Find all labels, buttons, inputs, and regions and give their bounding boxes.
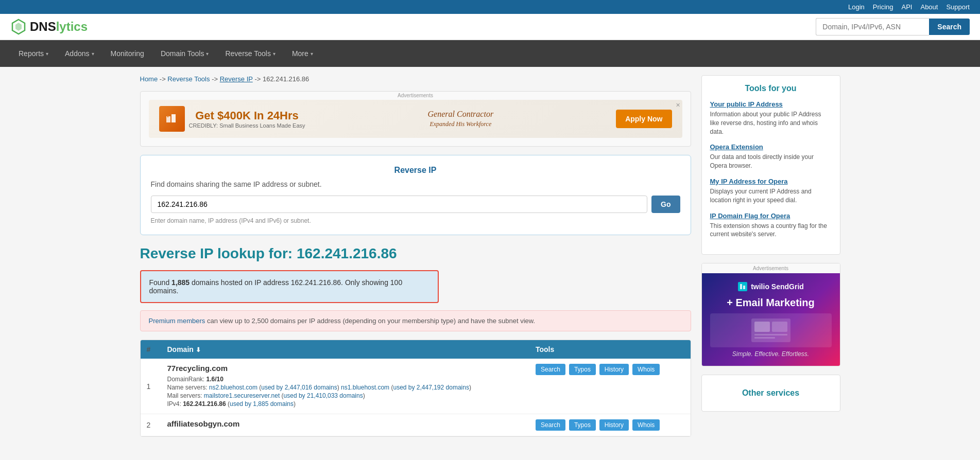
ad-text: Get $400K In 24Hrs CREDIBLY: Small Busin… [189,109,305,129]
breadcrumb-reverse-ip[interactable]: Reverse IP [220,75,253,83]
reverse-ip-title: Reverse IP [151,166,680,175]
row2-tools: Search Typos History Whois [529,414,691,436]
download-icon[interactable]: ⬇ [196,346,201,353]
sidebar-flag-opera-link[interactable]: IP Domain Flag for Opera [710,212,832,220]
row2-num: 2 [141,414,161,436]
row1-search-btn[interactable]: Search [536,364,565,375]
row1-mail-link[interactable]: mailstore1.secureserver.net [204,392,280,399]
nav-monitoring[interactable]: Monitoring [102,40,152,67]
svg-rect-12 [754,337,775,339]
info-text-before: Found [149,278,172,287]
pricing-link[interactable]: Pricing [873,3,893,11]
col-num: # [141,340,161,359]
svg-rect-10 [772,322,787,332]
content-area: Home -> Reverse Tools -> Reverse IP -> 1… [140,75,691,437]
svg-rect-9 [754,322,770,332]
row2-whois-btn[interactable]: Whois [632,419,660,431]
row1-ns1-link[interactable]: ns2.bluehost.com [209,384,257,391]
go-button[interactable]: Go [651,196,680,213]
ad-cta-button[interactable]: Apply Now [616,110,672,128]
breadcrumb-reverse-tools[interactable]: Reverse Tools [167,75,210,83]
row1-tools: Search Typos History Whois [529,359,691,414]
logo-text: DNSlytics [30,20,88,34]
sidebar-public-ip-link[interactable]: Your public IP Address [710,100,832,108]
sidebar-tools-card: Tools for you Your public IP Address Inf… [701,75,840,255]
domain-count: 1,885 [171,278,190,287]
row1-ns2-link[interactable]: ns1.bluehost.com [341,384,389,391]
sidebar-ip-opera-link[interactable]: My IP Address for Opera [710,178,832,185]
page-title: Reverse IP lookup for: 162.241.216.86 [140,245,691,262]
col-domain: Domain ⬇ [161,340,529,359]
premium-text: can view up to 2,500 domains per IP addr… [205,317,535,325]
sidebar: Tools for you Your public IP Address Inf… [701,75,840,437]
row1-whois-btn[interactable]: Whois [632,364,660,375]
sidebar-public-ip-desc: Information about your public IP Address… [710,110,832,136]
domain-table-wrapper: # Domain ⬇ Tools 1 77recycling.com [140,340,691,437]
row1-ns2-used[interactable]: used by 2,447,192 domains [393,384,469,391]
row1-ns1-used[interactable]: used by 2,447,016 domains [261,384,337,391]
domain-tools-caret: ▾ [206,51,209,57]
ad-close-button[interactable]: ✕ [676,102,680,109]
sidebar-opera-ext-desc: Our data and tools directly inside your … [710,153,832,170]
sidebar-ad-sub: Simple. Effective. Effortless. [710,350,832,358]
reverse-ip-input[interactable] [151,196,648,213]
svg-rect-4 [167,115,168,117]
header-search-button[interactable]: Search [929,19,970,35]
sidebar-opera-ext-link[interactable]: Opera Extension [710,143,832,151]
about-link[interactable]: About [920,3,938,11]
sidebar-ad-logo-text: twilio SendGrid [751,282,804,291]
nav-more[interactable]: More ▾ [284,40,321,67]
top-bar: Login Pricing API About Support [0,0,980,14]
reverse-ip-description: Find domains sharing the same IP address… [151,180,680,188]
svg-marker-1 [15,23,22,31]
sidebar-ad: Advertisements twilio SendGrid + Email M… [701,263,840,366]
breadcrumb-ip: 162.241.216.86 [263,75,309,83]
breadcrumb: Home -> Reverse Tools -> Reverse IP -> 1… [140,75,691,83]
sidebar-ad-inner: twilio SendGrid + Email Marketing Simple… [702,273,840,366]
nav-reverse-tools[interactable]: Reverse Tools ▾ [217,40,283,67]
header-search: Search [816,18,970,36]
row2-history-btn[interactable]: History [599,419,629,431]
row2-domain-cell: affiliatesobgyn.com [161,414,529,436]
reverse-tools-caret: ▾ [273,51,276,57]
sidebar-flag-opera-desc: This extension shows a country flag for … [710,222,832,239]
api-link[interactable]: API [902,3,913,11]
sidebar-tools-title: Tools for you [710,84,832,93]
sidebar-item-ip-opera: My IP Address for Opera Displays your cu… [710,178,832,205]
breadcrumb-home[interactable]: Home [140,75,158,83]
reverse-ip-hint: Enter domain name, IP address (IPv4 and … [151,217,680,224]
table-row: 1 77recycling.com DomainRank: 1.6/10 Nam… [141,359,691,414]
premium-box: Premium members can view up to 2,500 dom… [140,310,691,331]
login-link[interactable]: Login [848,3,865,11]
header-search-input[interactable] [816,18,929,36]
support-link[interactable]: Support [946,3,970,11]
nav-reports[interactable]: Reports ▾ [10,40,57,67]
logo[interactable]: DNSlytics [10,19,88,35]
row1-mail-used[interactable]: used by 21,410,033 domains [284,392,363,399]
premium-link[interactable]: Premium members [149,317,205,325]
reverse-ip-form: Go [151,196,680,213]
nav-domain-tools[interactable]: Domain Tools ▾ [152,40,217,67]
row1-details: DomainRank: 1.6/10 Name servers: ns2.blu… [167,376,523,408]
sidebar-ad-tagline: + Email Marketing [710,296,832,309]
info-box: Found 1,885 domains hosted on IP address… [140,270,439,303]
sidebar-ip-opera-desc: Displays your current IP Address and loc… [710,187,832,205]
nav-left: Reports ▾ Addons ▾ Monitoring Domain Too… [10,40,321,67]
header: DNSlytics Search [0,14,980,40]
sidebar-item-public-ip: Your public IP Address Information about… [710,100,832,136]
row1-typos-btn[interactable]: Typos [569,364,596,375]
svg-rect-11 [754,334,787,335]
nav-addons[interactable]: Addons ▾ [57,40,102,67]
row1-ip-used[interactable]: used by 1,885 domains [230,400,294,408]
sidebar-item-opera-ext: Opera Extension Our data and tools direc… [710,143,832,170]
row2-typos-btn[interactable]: Typos [569,419,596,431]
ad-inner: Get $400K In 24Hrs CREDIBLY: Small Busin… [149,100,682,138]
reverse-ip-widget: Reverse IP Find domains sharing the same… [140,155,691,235]
addons-caret: ▾ [92,51,94,57]
reports-caret: ▾ [46,51,48,57]
table-row: 2 affiliatesobgyn.com Search Typos Histo… [141,414,691,436]
row1-domain-name: 77recycling.com [167,364,523,373]
row2-search-btn[interactable]: Search [536,419,565,431]
row1-history-btn[interactable]: History [599,364,629,375]
navbar: Reports ▾ Addons ▾ Monitoring Domain Too… [0,40,980,67]
